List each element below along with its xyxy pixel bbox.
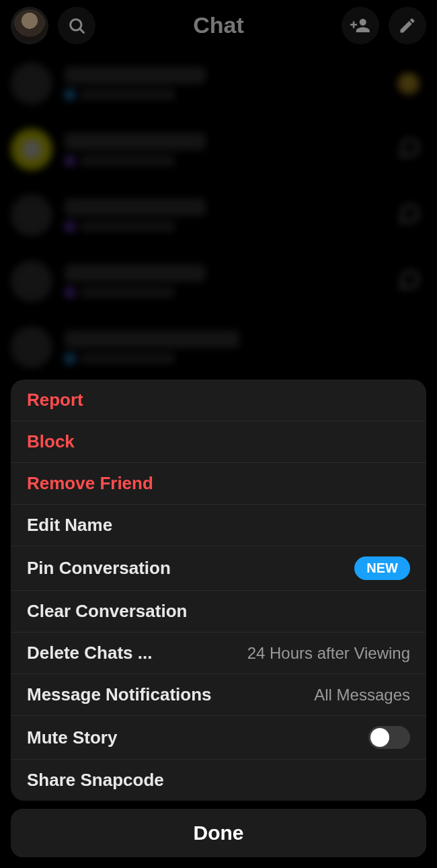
msg-notifs-value: All Messages <box>314 686 410 704</box>
delete-chats-value: 24 Hours after Viewing <box>247 644 410 663</box>
done-button[interactable]: Done <box>11 809 426 857</box>
share-snapcode-label: Share Snapcode <box>27 770 164 791</box>
pin-conversation-option[interactable]: Pin Conversation NEW <box>11 546 426 591</box>
done-label: Done <box>194 822 244 844</box>
mute-story-label: Mute Story <box>27 727 117 748</box>
mute-story-option[interactable]: Mute Story <box>11 716 426 760</box>
mute-story-toggle[interactable] <box>368 726 410 749</box>
remove-friend-option[interactable]: Remove Friend <box>11 463 426 505</box>
toggle-knob <box>370 728 389 747</box>
action-sheet: Report Block Remove Friend Edit Name Pin… <box>11 379 426 801</box>
share-snapcode-option[interactable]: Share Snapcode <box>11 760 426 801</box>
new-badge: NEW <box>354 556 410 580</box>
report-label: Report <box>27 390 83 410</box>
clear-conversation-option[interactable]: Clear Conversation <box>11 591 426 632</box>
block-label: Block <box>27 431 75 452</box>
delete-chats-label: Delete Chats ... <box>27 643 152 663</box>
edit-name-option[interactable]: Edit Name <box>11 505 426 546</box>
msg-notifs-label: Message Notifications <box>27 684 212 705</box>
block-option[interactable]: Block <box>11 421 426 463</box>
remove-friend-label: Remove Friend <box>27 473 153 494</box>
edit-name-label: Edit Name <box>27 515 112 536</box>
pin-label: Pin Conversation <box>27 558 171 579</box>
message-notifications-option[interactable]: Message Notifications All Messages <box>11 674 426 716</box>
clear-label: Clear Conversation <box>27 601 187 622</box>
delete-chats-option[interactable]: Delete Chats ... 24 Hours after Viewing <box>11 632 426 674</box>
report-option[interactable]: Report <box>11 379 426 421</box>
